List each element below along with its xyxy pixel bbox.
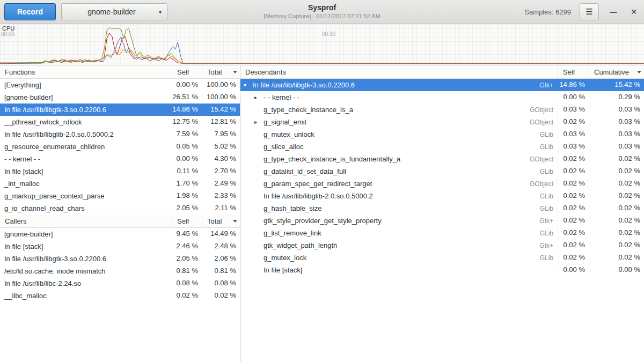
descendants-row[interactable]: ▾In file /usr/lib/libgtk-3.so.0.2200.6Gt… [240,79,644,91]
callers-row[interactable]: /etc/ld.so.cache: inode mismatch0.81 %0.… [0,265,240,277]
descendants-row[interactable]: g_datalist_id_set_data_fullGLib0.02 %0.0… [240,165,644,178]
self-percent: 0.02 % [558,153,589,165]
callers-row[interactable]: __libc_malloc0.02 %0.02 % [0,290,240,302]
descendants-row[interactable]: g_mutex_lockGLib0.02 %0.02 % [240,252,644,264]
functions-row[interactable]: In file [stack]0.11 %2.70 % [0,165,240,178]
callers-row[interactable]: In file [stack]2.46 %2.48 % [0,240,240,253]
callers-column-header[interactable]: Callers [0,215,172,227]
total-percent: 2.06 % [202,253,240,265]
total-percent: 2.33 % [202,190,240,202]
functions-row[interactable]: In file /usr/lib/libgtk-3.so.0.2200.614.… [0,104,240,116]
library-label: GObject [530,104,558,116]
descendants-row[interactable]: g_list_remove_linkGLib0.02 %0.02 % [240,227,644,239]
self-percent: 9.45 % [172,228,202,240]
window-title-group: Sysprof [Memory Capture] - 01/17/2017 07… [264,3,380,20]
functions-row[interactable]: [Everything]0.00 %100.00 % [0,79,240,91]
expander-collapsed-icon[interactable]: ▸ [254,116,264,128]
descendants-column-header[interactable]: Descendants [240,65,558,78]
descendant-name: g_slice_alloc [264,141,303,153]
descendants-cumulative-column-header[interactable]: Cumulative [589,65,644,78]
minimize-button[interactable]: — [608,8,619,16]
self-percent: 0.02 % [558,227,589,239]
callers-column-label: Callers [5,217,26,225]
functions-row[interactable]: g_io_channel_read_chars2.05 %2.11 % [0,202,240,215]
callers-row[interactable]: In file /usr/lib/libgtk-3.so.0.2200.62.0… [0,253,240,265]
function-name: [gnome-builder] [0,228,172,240]
library-label: GLib [540,129,558,141]
function-name: - - kernel - - [0,153,172,165]
descendants-row[interactable]: ▸- - kernel - -0.00 %0.29 % [240,91,644,104]
descendant-name: - - kernel - - [264,92,299,104]
callers-self-column-header[interactable]: Self [172,215,202,227]
total-percent: 7.95 % [202,128,240,141]
library-label: GLib [540,166,558,178]
function-name: In file /usr/lib/libc-2.24.so [0,277,172,290]
descendant-name-cell: g_param_spec_get_redirect_targetGObject [240,178,558,190]
total-percent: 12.81 % [202,116,240,128]
functions-row[interactable]: g_markup_parse_context_parse1.98 %2.33 % [0,190,240,202]
self-percent: 14.86 % [172,104,202,116]
library-label: GObject [530,116,558,128]
total-percent: 0.81 % [202,265,240,277]
self-percent: 0.02 % [558,252,589,264]
descendants-row[interactable]: gtk_style_provider_get_style_propertyGtk… [240,215,644,227]
functions-row[interactable]: __pthread_rwlock_rdlock12.75 %12.81 % [0,116,240,128]
hamburger-icon: ☰ [586,7,592,17]
functions-row[interactable]: In file /usr/lib/libglib-2.0.so.0.5000.2… [0,128,240,141]
functions-column-label: Functions [5,68,35,76]
function-name: In file /usr/lib/libglib-2.0.so.0.5000.2 [0,128,172,141]
descendant-name: g_signal_emit [264,116,306,128]
descendants-row[interactable]: gtk_widget_path_lengthGtk+0.02 %0.02 % [240,239,644,252]
functions-total-column-label: Total [207,68,222,76]
functions-row[interactable]: g_resource_enumerate_children0.05 %5.02 … [0,141,240,153]
descendants-row[interactable]: g_slice_allocGLib0.03 %0.03 % [240,141,644,153]
record-button[interactable]: Record [4,3,56,20]
callers-total-column-header[interactable]: Total [202,215,240,227]
cpu-graph[interactable]: CPU 00:00 00:30 [0,24,644,65]
function-name: g_resource_enumerate_children [0,141,172,153]
total-percent: 2.49 % [202,178,240,190]
descendants-column-label: Descendants [245,68,286,76]
cumulative-percent: 0.02 % [589,165,644,178]
functions-row[interactable]: [gnome-builder]26.51 %100.00 % [0,91,240,104]
total-percent: 100.00 % [202,91,240,104]
self-percent: 7.59 % [172,128,202,141]
descendants-row[interactable]: g_mutex_unlockGLib0.03 %0.03 % [240,128,644,141]
functions-row[interactable]: - - kernel - -0.00 %4.30 % [0,153,240,165]
main-content: Functions Self Total [Everything]0.00 %1… [0,65,644,362]
descendant-name-cell: g_mutex_lockGLib [240,252,558,264]
descendants-row[interactable]: g_type_check_instance_is_fundamentally_a… [240,153,644,165]
left-pane: Functions Self Total [Everything]0.00 %1… [0,65,240,362]
function-name: In file /usr/lib/libgtk-3.so.0.2200.6 [0,253,172,265]
callers-row[interactable]: In file /usr/lib/libc-2.24.so0.08 %0.08 … [0,277,240,290]
descendants-row[interactable]: g_hash_table_sizeGLib0.02 %0.02 % [240,202,644,215]
menu-button[interactable]: ☰ [580,3,599,20]
expander-collapsed-icon[interactable]: ▸ [254,91,264,104]
descendants-table: ▾In file /usr/lib/libgtk-3.so.0.2200.6Gt… [240,79,644,276]
functions-self-column-header[interactable]: Self [172,65,202,78]
callers-row[interactable]: [gnome-builder]9.45 %14.49 % [0,228,240,240]
function-name: In file [stack] [0,165,172,178]
function-name: In file /usr/lib/libgtk-3.so.0.2200.6 [0,104,172,116]
expander-expanded-icon[interactable]: ▾ [244,79,253,91]
process-selector-dropdown[interactable]: gnome-builder ▾ [61,3,167,20]
descendants-row[interactable]: g_type_check_instance_is_aGObject0.03 %0… [240,104,644,116]
descendants-self-column-header[interactable]: Self [558,65,589,78]
functions-total-column-header[interactable]: Total [202,65,240,78]
descendant-name-cell: ▾In file /usr/lib/libgtk-3.so.0.2200.6Gt… [240,79,558,91]
descendants-row[interactable]: In file [stack]0.00 %0.00 % [240,264,644,276]
function-name: In file [stack] [0,240,172,253]
functions-row[interactable]: _int_malloc1.70 %2.49 % [0,178,240,190]
descendant-name-cell: g_datalist_id_set_data_fullGLib [240,165,558,178]
cumulative-percent: 0.03 % [589,128,644,141]
close-button[interactable]: ✕ [628,8,640,16]
descendants-row[interactable]: g_param_spec_get_redirect_targetGObject0… [240,178,644,190]
function-name: __pthread_rwlock_rdlock [0,116,172,128]
functions-column-header[interactable]: Functions [0,65,172,78]
total-percent: 15.42 % [202,104,240,116]
library-label: GObject [530,178,558,190]
cpu-usage-chart [0,24,644,65]
descendants-row[interactable]: In file /usr/lib/libglib-2.0.so.0.5000.2… [240,190,644,202]
cumulative-percent: 0.00 % [589,264,644,276]
descendants-row[interactable]: ▸g_signal_emitGObject0.02 %0.03 % [240,116,644,128]
